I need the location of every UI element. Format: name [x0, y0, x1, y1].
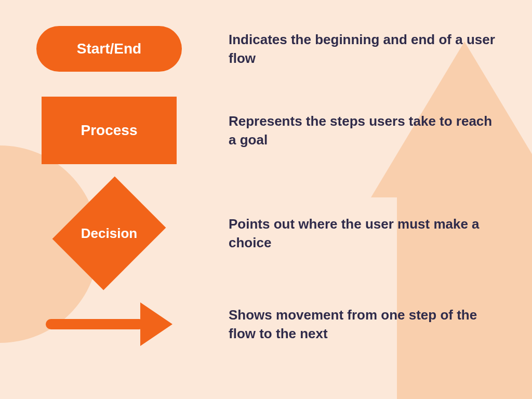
- decision-shape: Decision: [36, 189, 182, 277]
- arrow-shaft: [46, 319, 144, 329]
- terminator-shape: Start/End: [36, 26, 182, 72]
- legend-row-arrow: Shows movement from one step of the flow…: [36, 302, 501, 346]
- process-label: Process: [81, 122, 138, 139]
- legend-row-decision: Decision Points out where the user must …: [36, 189, 501, 277]
- decision-label: Decision: [81, 225, 137, 242]
- shape-cell: Start/End: [36, 26, 182, 72]
- decision-description: Points out where the user must make a ch…: [229, 215, 501, 252]
- process-shape: Process: [42, 97, 177, 164]
- terminator-label: Start/End: [77, 41, 141, 57]
- legend-row-process: Process Represents the steps users take …: [36, 97, 501, 164]
- legend-container: Start/End Indicates the beginning and en…: [0, 0, 532, 372]
- shape-cell: Process: [36, 97, 182, 164]
- legend-row-terminator: Start/End Indicates the beginning and en…: [36, 26, 501, 72]
- process-description: Represents the steps users take to reach…: [229, 112, 501, 150]
- shape-cell: [36, 302, 182, 346]
- terminator-description: Indicates the beginning and end of a use…: [229, 30, 501, 68]
- arrow-shape: [36, 302, 182, 346]
- shape-cell: Decision: [36, 189, 182, 277]
- arrow-description: Shows movement from one step of the flow…: [229, 305, 501, 343]
- arrow-head-icon: [140, 302, 172, 346]
